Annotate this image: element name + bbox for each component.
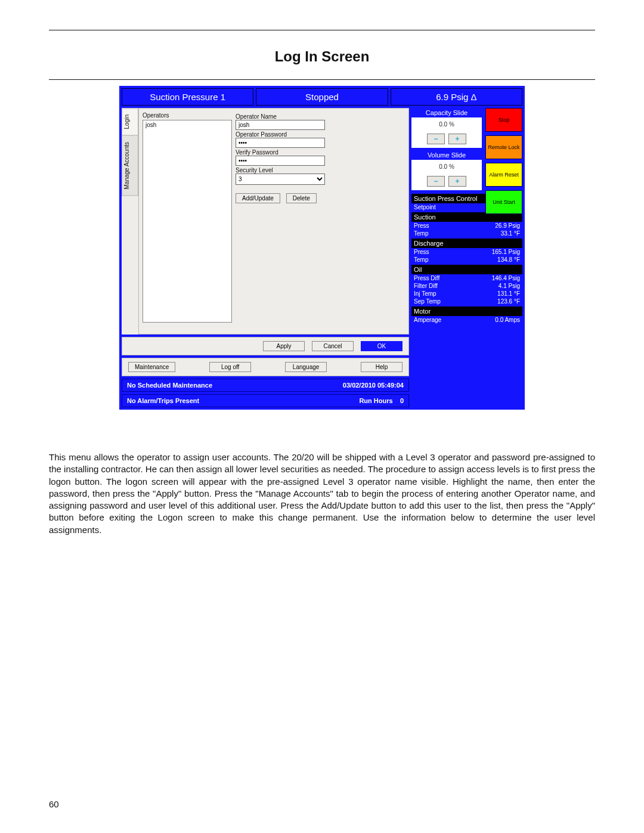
capacity-slide-value: 0.0 %	[411, 117, 482, 134]
operator-name-input[interactable]	[236, 120, 325, 130]
oil-injtemp-label: Inj Temp	[414, 290, 436, 297]
unit-start-button[interactable]: Unit Start	[485, 190, 522, 214]
suction-press-value: 26.9 Psig	[495, 222, 520, 229]
status-datetime: 03/02/2010 05:49:04	[343, 382, 404, 389]
status-suction-pressure: Suction Pressure 1	[122, 88, 253, 106]
run-hours-label: Run Hours	[359, 397, 392, 404]
operators-list[interactable]: josh	[143, 120, 232, 323]
doc-paragraph: This menu allows the operator to assign …	[49, 451, 595, 536]
operator-password-input[interactable]	[236, 138, 325, 148]
maintenance-status-bar: No Scheduled Maintenance 03/02/2010 05:4…	[122, 379, 409, 392]
operator-password-label: Operator Password	[236, 131, 405, 138]
alarm-status-text: No Alarm/Trips Present	[127, 397, 199, 404]
tab-login[interactable]: Login	[122, 108, 138, 135]
capacity-slide-title: Capacity Slide	[411, 108, 482, 117]
run-hours-value: 0	[400, 397, 404, 404]
add-update-button[interactable]: Add/Update	[236, 193, 280, 203]
oil-filterdiff-label: Filter Diff	[414, 283, 438, 289]
volume-slide-widget: Volume Slide 0.0 % − +	[411, 150, 482, 190]
dialog-button-row: Apply Cancel OK	[122, 337, 409, 355]
tab-manage-accounts[interactable]: Manage Accounts	[122, 135, 138, 196]
nav-button-row: Maintenance Log off Language Help	[122, 358, 409, 376]
page-number: 60	[49, 799, 59, 809]
oil-filterdiff-value: 4.1 Psig	[499, 283, 520, 289]
volume-decrease-button[interactable]: −	[427, 176, 445, 187]
doc-title: Log In Screen	[49, 48, 595, 65]
spc-setpoint-label: Setpoint	[414, 204, 436, 210]
motor-amperage-label: Amperage	[414, 317, 441, 323]
security-level-select[interactable]: 3	[236, 174, 325, 185]
capacity-slide-widget: Capacity Slide 0.0 % − +	[411, 108, 482, 148]
oil-header: Oil	[411, 265, 522, 274]
oil-septemp-label: Sep Temp	[414, 298, 441, 305]
oil-pressdiff-label: Press Diff	[414, 275, 439, 281]
suction-temp-label: Temp	[414, 230, 428, 237]
operator-name-label: Operator Name	[236, 113, 405, 120]
suction-temp-value: 33.1 °F	[501, 230, 520, 237]
volume-slide-value: 0.0 %	[411, 160, 482, 176]
discharge-temp-value: 134.8 °F	[497, 256, 520, 263]
delete-button[interactable]: Delete	[286, 193, 317, 203]
oil-septemp-value: 123.6 °F	[497, 298, 520, 305]
maintenance-status-text: No Scheduled Maintenance	[127, 382, 212, 389]
logoff-button[interactable]: Log off	[209, 362, 251, 372]
hmi-screenshot: Suction Pressure 1 Stopped 6.9 Psig Δ Lo…	[119, 86, 525, 410]
status-psig-delta: 6.9 Psig Δ	[391, 88, 522, 106]
discharge-temp-label: Temp	[414, 256, 428, 263]
oil-pressdiff-value: 146.4 Psig	[492, 275, 520, 281]
help-button[interactable]: Help	[361, 362, 402, 372]
alarm-reset-button[interactable]: Alarm Reset	[485, 163, 522, 187]
oil-injtemp-value: 131.1 °F	[497, 290, 520, 297]
capacity-decrease-button[interactable]: −	[427, 134, 445, 144]
stop-button[interactable]: Stop	[485, 108, 522, 132]
suction-press-label: Press	[414, 222, 429, 229]
operators-header: Operators	[143, 112, 232, 119]
language-button[interactable]: Language	[285, 362, 327, 372]
motor-header: Motor	[411, 306, 522, 316]
alarm-status-bar: No Alarm/Trips Present Run Hours 0	[122, 394, 409, 407]
operator-item[interactable]: josh	[145, 122, 229, 128]
remote-lock-button[interactable]: Remote Lock	[485, 135, 522, 159]
discharge-header: Discharge	[411, 239, 522, 248]
discharge-press-value: 165.1 Psig	[492, 249, 520, 255]
verify-password-label: Verify Password	[236, 149, 405, 156]
ok-button[interactable]: OK	[361, 341, 402, 351]
maintenance-button[interactable]: Maintenance	[128, 362, 175, 372]
status-run-state: Stopped	[256, 88, 388, 106]
cancel-button[interactable]: Cancel	[312, 341, 354, 351]
verify-password-input[interactable]	[236, 156, 325, 166]
login-panel: Login Manage Accounts Operators josh Ope…	[122, 108, 409, 335]
security-level-label: Security Level	[236, 167, 405, 174]
volume-slide-title: Volume Slide	[411, 150, 482, 160]
apply-button[interactable]: Apply	[263, 341, 305, 351]
motor-amperage-value: 0.0 Amps	[495, 317, 520, 323]
volume-increase-button[interactable]: +	[448, 176, 466, 187]
capacity-increase-button[interactable]: +	[448, 134, 466, 144]
discharge-press-label: Press	[414, 249, 429, 255]
